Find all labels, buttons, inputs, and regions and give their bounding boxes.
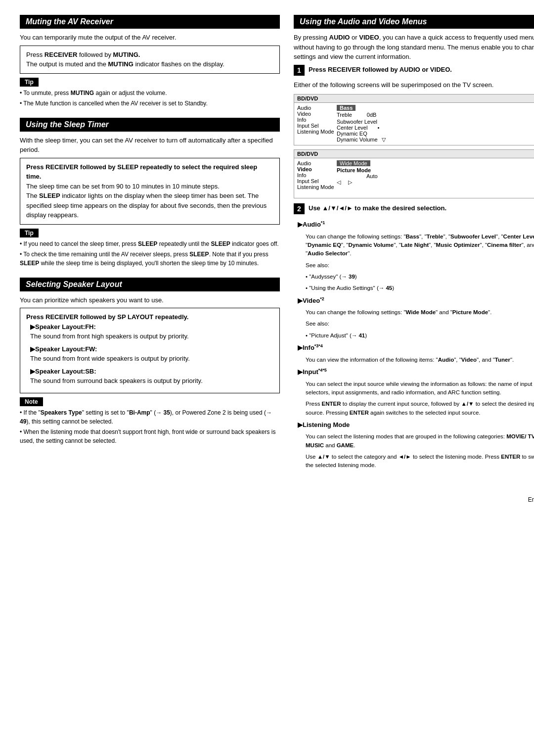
screen1-labels: Audio Video Info Input Sel Listening Mod… <box>297 105 337 143</box>
audio-see-also-2: "Using the Audio Settings" (→ 45) <box>306 284 534 292</box>
audio-subsection: ▶Audio*1 You can change the following se… <box>298 220 534 292</box>
audio-sub-title: ▶Audio*1 <box>298 220 534 230</box>
screen-mockup-2: BD/DVD Audio Video Info Input Sel Listen… <box>294 149 534 198</box>
screen1-label-info: Info <box>297 117 337 123</box>
speaker-fh-body: The sound from front high speakers is ou… <box>30 331 273 341</box>
speaker-sb-body: The sound from surround back speakers is… <box>30 376 273 386</box>
screen1-centerlevel: Center Level <box>337 125 367 131</box>
speaker-fh-item: ▶Speaker Layout:FH: The sound from front… <box>30 322 273 341</box>
input-sub-body2: Press ENTER to display the current input… <box>306 400 534 417</box>
listening-subsection: ▶Listening Mode You can select the liste… <box>298 420 534 470</box>
step-2-number: 2 <box>294 203 305 214</box>
speaker-sb-item: ▶Speaker Layout:SB: The sound from surro… <box>30 367 273 386</box>
screen1-label-audio: Audio <box>297 105 337 111</box>
muting-tip: Tip To unmute, press MUTING again or adj… <box>20 78 280 108</box>
step-1-instruction: Press RECEIVER followed by AUDIO or VIDE… <box>309 65 452 75</box>
audio-sub-body: You can change the following settings: "… <box>306 233 534 258</box>
video-see-also-1: "Picture Adjust" (→ 41) <box>306 331 534 340</box>
screen2-label-inputsel: Input Sel <box>297 178 337 184</box>
step-1-number: 1 <box>294 65 305 76</box>
muting-instruction-heading: Press RECEIVER followed by MUTING. <box>26 50 273 60</box>
speaker-fw-title: ▶Speaker Layout:FW: <box>30 344 273 354</box>
info-subsection: ▶Info*3*4 You can view the information o… <box>298 343 534 364</box>
screen1-header: BD/DVD <box>294 94 534 103</box>
speaker-layout-heading: Press RECEIVER followed by SP LAYOUT rep… <box>26 312 273 322</box>
screen2-picturemode: Picture Mode <box>337 167 534 173</box>
left-column: Muting the AV Receiver You can temporari… <box>20 15 280 479</box>
muting-tip-content: To unmute, press MUTING again or adjust … <box>20 89 280 108</box>
step-1: 1 Press RECEIVER followed by AUDIO or VI… <box>294 65 534 198</box>
muting-intro: You can temporarily mute the output of t… <box>20 33 280 43</box>
listening-sub-body2: Use ▲/▼ to select the category and ◄/► t… <box>306 453 534 470</box>
sleep-timer-tip: Tip If you need to cancel the sleep time… <box>20 229 280 268</box>
screen2-label-audio: Audio <box>297 160 337 166</box>
screen2-body: Audio Video Info Input Sel Listening Mod… <box>294 158 534 198</box>
screen2-label-listening: Listening Mode <box>297 184 337 190</box>
input-subsection: ▶Input*4*5 You can select the input sour… <box>298 367 534 417</box>
video-see-also-label: See also: <box>306 320 534 328</box>
input-sub-body1: You can select the input source while vi… <box>306 380 534 397</box>
speaker-note-item-1: If the "Speakers Type" setting is set to… <box>20 408 280 426</box>
page-footer: En 21 <box>20 489 534 505</box>
sleep-timer-body2: The SLEEP indicator lights on the displa… <box>26 191 273 220</box>
video-sub-title: ▶Video*2 <box>298 295 534 305</box>
sleep-timer-section: Using the Sleep Timer With the sleep tim… <box>20 118 280 268</box>
screen1-body: Audio Video Info Input Sel Listening Mod… <box>294 103 534 145</box>
listening-sub-body1: You can select the listening modes that … <box>306 432 534 450</box>
speaker-note-label: Note <box>20 397 43 406</box>
speaker-layout-section: Selecting Speaker Layout You can priorit… <box>20 278 280 445</box>
screen2-header: BD/DVD <box>294 150 534 158</box>
audio-video-menus-section: Using the Audio and Video Menus By press… <box>294 15 534 470</box>
sleep-timer-tip-content: If you need to cancel the sleep timer, p… <box>20 239 280 268</box>
screen1-subwoofer: Subwoofer Level <box>337 119 534 125</box>
screen1-label-listening: Listening Mode <box>297 129 337 135</box>
screen2-labels: Audio Video Info Input Sel Listening Mod… <box>297 160 337 196</box>
speaker-sb-title: ▶Speaker Layout:SB: <box>30 367 273 377</box>
step-1-body: Either of the following screens will be … <box>294 80 534 90</box>
info-sub-body: You can view the information of the foll… <box>306 356 534 364</box>
speaker-layout-intro: You can prioritize which speakers you wa… <box>20 295 280 305</box>
muting-section: Muting the AV Receiver You can temporari… <box>20 15 280 108</box>
screen1-dot: • <box>377 125 379 131</box>
speaker-layout-instruction: Press RECEIVER followed by SP LAYOUT rep… <box>20 308 280 393</box>
audio-video-intro: By pressing AUDIO or VIDEO, you can have… <box>294 33 534 62</box>
page-prefix: En <box>528 496 534 503</box>
sleep-timer-tip-label: Tip <box>20 229 39 237</box>
audio-see-also-1: "Audyssey" (→ 39) <box>306 273 534 281</box>
sleep-timer-intro: With the sleep timer, you can set the AV… <box>20 136 280 155</box>
video-subsection: ▶Video*2 You can change the following se… <box>298 295 534 340</box>
muting-instruction: Press RECEIVER followed by MUTING. The o… <box>20 46 280 74</box>
step-2: 2 Use ▲/▼/◄/► to make the desired select… <box>294 203 534 470</box>
speaker-note-content: If the "Speakers Type" setting is set to… <box>20 408 280 445</box>
audio-see-also-label: See also: <box>306 261 534 270</box>
input-sub-title: ▶Input*4*5 <box>298 367 534 377</box>
screen1-label-video: Video <box>297 111 337 117</box>
screen2-arrows: ◁ ▷ <box>337 179 352 186</box>
sleep-timer-instruction: Press RECEIVER followed by SLEEP repeate… <box>20 158 280 225</box>
step-2-instruction: Use ▲/▼/◄/► to make the desired selectio… <box>309 203 446 213</box>
speaker-fh-title: ▶Speaker Layout:FH: <box>30 322 273 332</box>
screen2-label-video: Video <box>297 166 337 172</box>
muting-instruction-body: The output is muted and the MUTING indic… <box>26 59 273 69</box>
info-sub-title: ▶Info*3*4 <box>298 343 534 353</box>
speaker-layout-note: Note If the "Speakers Type" setting is s… <box>20 397 280 445</box>
screen2-auto: Auto <box>366 173 378 179</box>
screen2-widemode-highlight: Wide Mode <box>337 160 370 166</box>
video-sub-body: You can change the following settings: "… <box>306 308 534 317</box>
screen2-values: Wide Mode Picture Mode Auto ◁ ▷ <box>337 160 534 196</box>
screen2-label-info: Info <box>297 172 337 178</box>
sleep-tip-item-2: To check the time remaining until the AV… <box>20 250 280 268</box>
screen1-dynamiceq: Dynamic EQ <box>337 131 534 137</box>
screen1-treble: Treble <box>337 112 352 118</box>
screen1-values: Bass Treble 0dB Subwoofer Level Center L… <box>337 105 534 143</box>
muting-tip-label: Tip <box>20 78 39 87</box>
speaker-layout-title: Selecting Speaker Layout <box>20 278 280 291</box>
screen1-dynamicvol: Dynamic Volume <box>337 137 378 142</box>
sleep-tip-item-1: If you need to cancel the sleep timer, p… <box>20 239 280 248</box>
audio-video-title: Using the Audio and Video Menus <box>294 15 534 29</box>
screen-mockup-1: BD/DVD Audio Video Info Input Sel Listen… <box>294 94 534 145</box>
muting-tip-item-2: The Mute function is cancelled when the … <box>20 99 280 108</box>
muting-tip-item-1: To unmute, press MUTING again or adjust … <box>20 89 280 97</box>
listening-sub-title: ▶Listening Mode <box>298 420 534 430</box>
screen1-triangle: ▽ <box>382 137 386 143</box>
